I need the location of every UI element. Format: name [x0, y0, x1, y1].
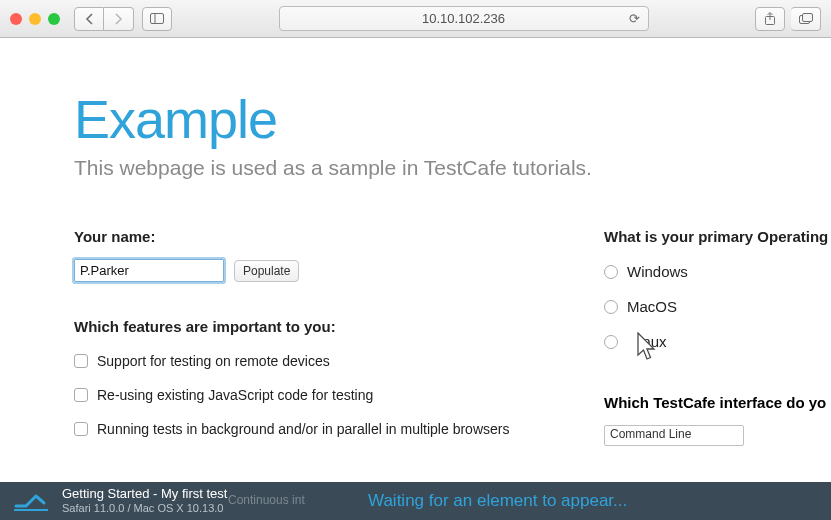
testcafe-status-bar: Getting Started - My first test Safari 1…: [0, 482, 831, 520]
reload-icon[interactable]: ⟳: [629, 11, 640, 26]
feature-row[interactable]: Re-using existing JavaScript code for te…: [74, 387, 544, 403]
name-label: Your name:: [74, 228, 544, 245]
radio-icon[interactable]: [604, 300, 618, 314]
test-info: Getting Started - My first test Safari 1…: [62, 487, 227, 515]
os-option[interactable]: Windows: [604, 263, 828, 280]
interface-select[interactable]: Command Line: [604, 425, 744, 446]
address-text: 10.10.102.236: [422, 11, 505, 26]
radio-icon[interactable]: [604, 335, 618, 349]
waiting-message: Waiting for an element to appear...: [368, 491, 627, 511]
checkbox-icon[interactable]: [74, 388, 88, 402]
sidebar-toggle-button[interactable]: [142, 7, 172, 31]
maximize-window-button[interactable]: [48, 13, 60, 25]
back-button[interactable]: [74, 7, 104, 31]
feature-text: Running tests in background and/or in pa…: [97, 421, 509, 437]
os-option-text: MacOS: [627, 298, 677, 315]
os-label: What is your primary Operating: [604, 228, 828, 245]
populate-button[interactable]: Populate: [234, 260, 299, 282]
name-input[interactable]: [74, 259, 224, 282]
checkbox-icon[interactable]: [74, 422, 88, 436]
share-button[interactable]: [755, 7, 785, 31]
test-env: Safari 11.0.0 / Mac OS X 10.13.0: [62, 502, 227, 515]
window-controls: [10, 13, 60, 25]
tabs-button[interactable]: [791, 7, 821, 31]
os-option-text: Windows: [627, 263, 688, 280]
minimize-window-button[interactable]: [29, 13, 41, 25]
interface-label: Which TestCafe interface do yo: [604, 394, 828, 411]
page-content: Example This webpage is used as a sample…: [0, 38, 831, 482]
forward-button[interactable]: [104, 7, 134, 31]
address-bar[interactable]: 10.10.102.236 ⟳: [279, 6, 649, 31]
svg-rect-0: [151, 14, 164, 24]
checkbox-icon[interactable]: [74, 354, 88, 368]
page-heading: Example: [74, 88, 831, 150]
os-option-text: inux: [639, 333, 667, 350]
nav-buttons: [74, 7, 134, 31]
page-subtitle: This webpage is used as a sample in Test…: [74, 156, 831, 180]
features-label: Which features are important to you:: [74, 318, 544, 335]
feature-text: Support for testing on remote devices: [97, 353, 330, 369]
feature-row[interactable]: Support for testing on remote devices: [74, 353, 544, 369]
test-title: Getting Started - My first test: [62, 487, 227, 502]
testcafe-logo-icon: [14, 491, 48, 511]
radio-icon[interactable]: [604, 265, 618, 279]
close-window-button[interactable]: [10, 13, 22, 25]
background-text: Continuous int: [228, 493, 305, 507]
browser-toolbar: 10.10.102.236 ⟳: [0, 0, 831, 38]
svg-rect-4: [802, 13, 812, 21]
os-option[interactable]: inux: [604, 333, 828, 350]
feature-row[interactable]: Running tests in background and/or in pa…: [74, 421, 544, 437]
feature-text: Re-using existing JavaScript code for te…: [97, 387, 373, 403]
os-option[interactable]: MacOS: [604, 298, 828, 315]
